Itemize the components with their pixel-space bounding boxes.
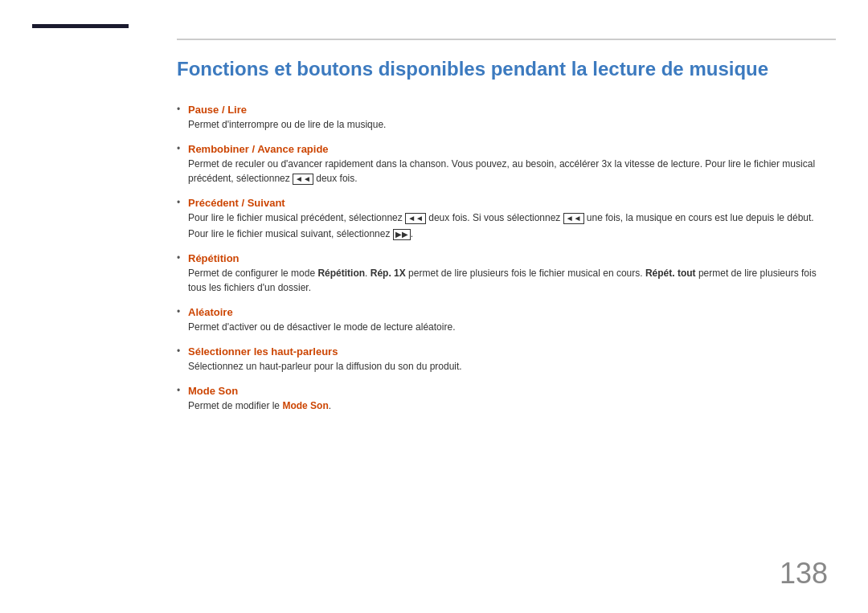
mode-son-bold: Mode Son [282, 400, 328, 411]
bullet-text-precedent-suivant-2: Pour lire le fichier musical suivant, sé… [188, 227, 828, 241]
prev-icon-2: ◄◄ [405, 213, 426, 224]
rep-bold-3: Répét. tout [645, 268, 696, 279]
bullet-title-pause-lire: Pause / Lire [188, 104, 828, 116]
bullet-text-repetition: Permet de configurer le mode Répétition.… [188, 266, 828, 295]
bullet-title-haut-parleurs: Sélectionner les haut-parleurs [188, 345, 828, 358]
list-item-rembobiner: Rembobiner / Avance rapide Permet de rec… [177, 143, 828, 186]
bullet-title-aleatoire: Aléatoire [188, 306, 828, 318]
bullet-title-mode-son: Mode Son [188, 385, 828, 397]
list-item-repetition: Répétition Permet de configurer le mode … [177, 252, 828, 295]
list-item-pause-lire: Pause / Lire Permet d'interrompre ou de … [177, 104, 828, 132]
left-accent-bar [32, 24, 129, 28]
page-number: 138 [780, 557, 828, 591]
prev-icon: ◄◄ [293, 174, 313, 185]
bullet-title-rembobiner: Rembobiner / Avance rapide [188, 143, 828, 155]
page-title: Fonctions et boutons disponibles pendant… [177, 56, 828, 81]
bullet-text-aleatoire: Permet d'activer ou de désactiver le mod… [188, 320, 828, 334]
bullet-text-mode-son: Permet de modifier le Mode Son. [188, 398, 828, 413]
bullet-text-rembobiner: Permet de reculer ou d'avancer rapidemen… [188, 157, 828, 186]
bullet-text-pause-lire: Permet d'interrompre ou de lire de la mu… [188, 117, 828, 132]
page-container: Fonctions et boutons disponibles pendant… [0, 0, 868, 613]
list-item-precedent-suivant: Précédent / Suivant Pour lire le fichier… [177, 197, 828, 241]
rep-bold-1: Répétition [317, 268, 365, 279]
prev-icon-3: ◄◄ [563, 213, 584, 224]
top-border-line [177, 39, 836, 40]
next-icon: ▶▶ [393, 229, 411, 240]
bullet-text-precedent-suivant-1: Pour lire le fichier musical précédent, … [188, 210, 828, 225]
bullet-title-repetition: Répétition [188, 252, 828, 264]
feature-list: Pause / Lire Permet d'interrompre ou de … [177, 104, 828, 413]
list-item-aleatoire: Aléatoire Permet d'activer ou de désacti… [177, 306, 828, 334]
rep-bold-2: Rép. 1X [371, 268, 406, 279]
main-content: Fonctions et boutons disponibles pendant… [177, 56, 828, 424]
list-item-mode-son: Mode Son Permet de modifier le Mode Son. [177, 385, 828, 413]
list-item-haut-parleurs: Sélectionner les haut-parleurs Sélection… [177, 345, 828, 374]
bullet-text-haut-parleurs: Sélectionnez un haut-parleur pour la dif… [188, 359, 828, 374]
bullet-title-precedent-suivant: Précédent / Suivant [188, 197, 828, 209]
